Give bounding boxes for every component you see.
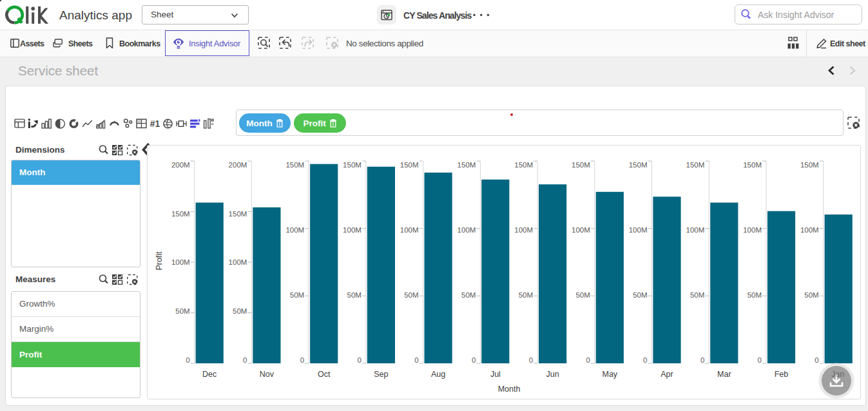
svg-text:0: 0 (529, 356, 533, 364)
svg-text:Feb: Feb (775, 370, 789, 379)
svg-text:100M: 100M (629, 226, 648, 234)
svg-text:150M: 150M (458, 161, 476, 169)
svg-text:Aug: Aug (431, 370, 445, 379)
svg-text:100M: 100M (743, 226, 762, 234)
svg-text:Jul: Jul (490, 370, 501, 379)
svg-text:150M: 150M (686, 161, 705, 169)
svg-text:Dec: Dec (202, 370, 217, 379)
svg-text:0: 0 (243, 356, 247, 364)
svg-text:Mar: Mar (717, 370, 731, 379)
svg-text:100M: 100M (458, 226, 476, 234)
svg-text:200M: 200M (171, 161, 190, 169)
svg-text:100M: 100M (343, 226, 362, 234)
svg-text:50M: 50M (175, 307, 189, 315)
svg-text:150M: 150M (743, 161, 762, 169)
svg-text:Sep: Sep (374, 370, 388, 379)
svg-text:200M: 200M (229, 161, 247, 169)
svg-text:150M: 150M (514, 161, 533, 169)
svg-text:50M: 50M (290, 291, 304, 299)
svg-text:100M: 100M (800, 226, 819, 234)
svg-text:0: 0 (758, 356, 762, 364)
svg-text:50M: 50M (404, 291, 418, 299)
svg-text:50M: 50M (233, 307, 247, 315)
svg-text:100M: 100M (229, 258, 247, 266)
svg-text:50M: 50M (633, 291, 647, 299)
svg-text:100M: 100M (285, 226, 304, 234)
svg-text:0: 0 (186, 356, 189, 364)
svg-text:50M: 50M (575, 291, 590, 299)
svg-text:100M: 100M (514, 226, 533, 234)
svg-text:Nov: Nov (260, 370, 275, 379)
svg-text:May: May (602, 370, 617, 379)
svg-text:0: 0 (357, 356, 361, 364)
svg-text:0: 0 (586, 356, 590, 364)
svg-text:50M: 50M (461, 291, 476, 299)
svg-text:150M: 150M (229, 210, 247, 218)
svg-text:150M: 150M (572, 161, 590, 169)
svg-text:150M: 150M (171, 210, 190, 218)
svg-text:150M: 150M (285, 161, 304, 169)
svg-text:150M: 150M (400, 161, 419, 169)
svg-text:0: 0 (700, 356, 704, 364)
svg-text:100M: 100M (400, 226, 419, 234)
svg-text:50M: 50M (690, 291, 704, 299)
svg-text:50M: 50M (804, 291, 818, 299)
svg-text:100M: 100M (686, 226, 705, 234)
svg-text:0: 0 (472, 356, 476, 364)
svg-text:50M: 50M (347, 291, 362, 299)
svg-text:50M: 50M (747, 291, 762, 299)
svg-text:#1: #1 (150, 119, 160, 129)
svg-text:Apr: Apr (661, 370, 673, 379)
svg-text:150M: 150M (343, 161, 362, 169)
svg-text:0: 0 (643, 356, 647, 364)
svg-text:150M: 150M (629, 161, 648, 169)
svg-text:100M: 100M (572, 226, 590, 234)
svg-text:Oct: Oct (318, 370, 331, 379)
svg-text:0: 0 (300, 356, 304, 364)
svg-text:0: 0 (414, 356, 418, 364)
svg-text:Profit: Profit (155, 251, 164, 271)
svg-text:50M: 50M (519, 291, 533, 299)
svg-text:Month: Month (498, 385, 521, 394)
svg-text:Jun: Jun (546, 370, 559, 379)
svg-text:100M: 100M (171, 258, 190, 266)
svg-text:150M: 150M (800, 161, 819, 169)
